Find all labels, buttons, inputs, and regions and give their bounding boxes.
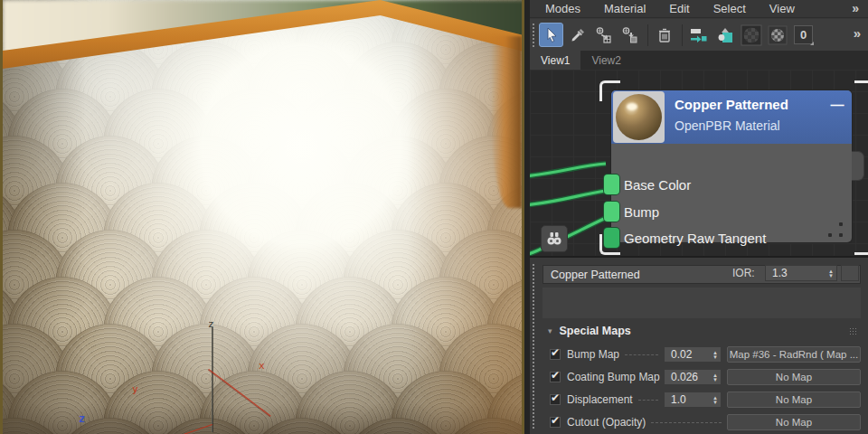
eyedropper-icon — [570, 27, 586, 43]
cutout-checkbox[interactable]: ✔ — [550, 417, 561, 428]
tab-view2[interactable]: View2 — [580, 51, 631, 70]
assign-material-to-selection-button[interactable] — [591, 23, 616, 47]
resize-grip-dot[interactable] — [839, 222, 843, 226]
selection-bracket — [599, 234, 620, 255]
rollout-grip-icon[interactable] — [849, 327, 857, 335]
flyout-indicator-icon — [810, 42, 814, 45]
input-socket-bump[interactable] — [604, 202, 619, 222]
node-title: Copper Patterned — [675, 97, 788, 112]
selection-bracket — [854, 80, 868, 101]
map-row-coating-bump: ✔ Coating Bump Map 0.026 ▴▾ No Map — [550, 369, 861, 385]
pick-material-button[interactable] — [565, 23, 590, 47]
assign-material-icon — [595, 26, 613, 44]
map-row-bump: ✔ Bump Map 0.02 ▴▾ Map #36 - RadRnd ( Ma… — [550, 346, 861, 363]
put-material-to-scene-button[interactable] — [618, 23, 642, 47]
bump-map-label: Bump Map — [567, 348, 619, 361]
put-to-scene-icon — [621, 26, 639, 44]
hide-unused-nodeslots-button[interactable] — [712, 23, 737, 47]
rollout-title: Special Maps — [560, 325, 631, 337]
toolbar-separator — [647, 24, 648, 46]
menu-overflow-chevron-icon[interactable]: » — [852, 1, 859, 15]
layout-children-button[interactable] — [686, 23, 711, 47]
ior-map-mini-button[interactable] — [841, 265, 859, 281]
material-node-header[interactable]: Copper Patterned OpenPBR Material — — [611, 90, 852, 144]
menu-edit[interactable]: Edit — [669, 2, 689, 15]
viewport-3d[interactable]: z x y z — [0, 0, 524, 434]
resize-grip-dot — [828, 233, 832, 237]
displacement-label: Displacement — [567, 393, 633, 406]
binoculars-icon — [546, 231, 562, 246]
spinner-arrows-icon[interactable]: ▴▾ — [826, 269, 836, 278]
slot-bump: Bump — [624, 204, 659, 220]
delete-selected-button[interactable] — [652, 23, 676, 47]
bump-amount-spinner[interactable]: 0.02 ▴▾ — [664, 346, 722, 363]
app-window: z x y z Modes Material Edit Select View … — [0, 0, 868, 434]
map-row-displacement: ✔ Displacement 1.0 ▴▾ No Map — [550, 392, 861, 408]
slot-geometry-raw-tangent: Geometry Raw Tangent — [624, 231, 766, 246]
menu-select[interactable]: Select — [713, 2, 746, 15]
spinner-arrows-icon[interactable]: ▴▾ — [710, 350, 721, 359]
ior-group-box — [542, 288, 861, 318]
trash-icon — [656, 27, 673, 43]
resize-grip-dot — [839, 233, 843, 237]
ior-label: IOR: — [732, 267, 755, 279]
displacement-map-button[interactable]: No Map — [727, 392, 861, 408]
selection-bracket — [599, 80, 620, 101]
slot-base-color: Base Color — [624, 177, 691, 193]
toolbar-drag-handle[interactable] — [532, 23, 535, 47]
tab-view1[interactable]: View1 — [530, 51, 580, 70]
toolbar: 0 » — [530, 19, 868, 51]
coating-bump-label: Coating Bump Map — [567, 371, 660, 383]
selection-bracket — [854, 234, 868, 255]
bump-map-checkbox[interactable]: ✔ — [550, 349, 561, 360]
ior-value[interactable]: 1.3 — [766, 267, 826, 279]
show-background-button[interactable] — [739, 23, 763, 47]
node-subtitle: OpenPBR Material — [675, 118, 780, 133]
layout-children-icon — [689, 26, 709, 44]
cutout-label: Cutout (Opacity) — [567, 416, 646, 429]
menu-view[interactable]: View — [769, 2, 795, 15]
special-maps-rollout-header[interactable]: ▾ Special Maps — [542, 323, 861, 339]
dash-line — [651, 422, 722, 423]
map-row-cutout: ✔ Cutout (Opacity) No Map — [550, 414, 861, 430]
coating-bump-amount-spinner[interactable]: 0.026 ▴▾ — [664, 369, 722, 385]
cutout-map-button[interactable]: No Map — [727, 414, 861, 430]
background-sphere-icon — [741, 24, 762, 46]
material-preview-thumbnail[interactable] — [613, 91, 665, 143]
coating-bump-checkbox[interactable]: ✔ — [550, 372, 561, 382]
output-socket[interactable] — [852, 151, 864, 181]
gizmo-z-axis — [212, 327, 212, 432]
select-tool-button[interactable] — [539, 23, 563, 47]
material-editor-panel: Modes Material Edit Select View » — [530, 0, 868, 434]
checker-sphere-icon — [768, 25, 788, 45]
dash-line — [638, 400, 658, 401]
material-node-icon — [715, 25, 735, 45]
node-graph-view[interactable]: Copper Patterned OpenPBR Material — Base… — [530, 70, 868, 258]
displacement-checkbox[interactable]: ✔ — [550, 394, 561, 405]
coating-bump-map-button[interactable]: No Map — [727, 369, 861, 385]
ior-spinner[interactable]: 1.3 ▴▾ — [765, 265, 837, 281]
material-node[interactable]: Copper Patterned OpenPBR Material — Base… — [611, 90, 852, 242]
pan-to-selected-button[interactable] — [541, 225, 568, 252]
dash-line — [625, 354, 658, 355]
show-shaded-material-button[interactable] — [765, 23, 789, 47]
propagation-level-button[interactable]: 0 — [791, 23, 816, 47]
spinner-arrows-icon[interactable]: ▴▾ — [710, 373, 721, 382]
gizmo-x-label: x — [259, 360, 265, 372]
input-socket-base-color[interactable] — [604, 175, 619, 194]
bump-map-button[interactable]: Map #36 - RadRnd ( Map ... — [727, 346, 861, 363]
panel-drag-handle[interactable] — [532, 263, 535, 429]
world-axis-z-label: z — [79, 412, 85, 425]
collapse-node-button[interactable]: — — [830, 99, 844, 113]
parameter-editor: Copper Patterned ▼ IOR: 1.3 ▴▾ ▾ Special… — [530, 258, 868, 434]
displacement-amount-spinner[interactable]: 1.0 ▴▾ — [664, 392, 722, 408]
cursor-arrow-icon — [543, 27, 560, 43]
menu-material[interactable]: Material — [604, 2, 646, 15]
toolbar-separator — [682, 24, 683, 46]
spinner-arrows-icon[interactable]: ▴▾ — [710, 395, 721, 404]
toolbar-overflow-chevron-icon[interactable]: » — [854, 25, 861, 41]
menubar: Modes Material Edit Select View » — [530, 0, 868, 18]
view-tabbar: View1 View2 — [530, 51, 868, 70]
menu-modes[interactable]: Modes — [545, 2, 580, 15]
gizmo-y-label: y — [132, 383, 138, 395]
